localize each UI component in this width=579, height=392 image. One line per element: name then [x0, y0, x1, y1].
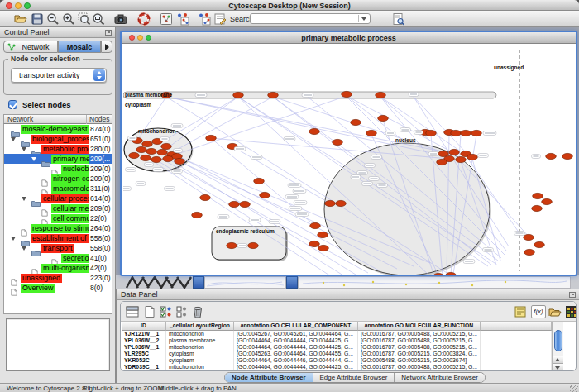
tree-expand-icon[interactable]: [22, 147, 26, 151]
background-window-edge[interactable]: [193, 276, 204, 289]
scrollbar-thumb[interactable]: [554, 330, 562, 351]
tree-row[interactable]: Overview8(0): [4, 283, 112, 293]
graph-node[interactable]: [227, 242, 237, 248]
graph-node[interactable]: [546, 153, 557, 159]
tree-row[interactable]: macromolecule311(0): [4, 184, 112, 194]
table-cell[interactable]: [481, 364, 552, 370]
help-icon[interactable]: [137, 12, 151, 26]
graph-node[interactable]: [471, 130, 482, 136]
graph-node[interactable]: [206, 135, 217, 141]
zoom-out-icon[interactable]: [46, 12, 60, 26]
graph-node[interactable]: [268, 92, 279, 98]
table-cell[interactable]: plasma membrane: [166, 337, 234, 344]
tree-item-label[interactable]: cellular metabo: [51, 204, 89, 213]
graph-node[interactable]: [309, 128, 320, 134]
graph-node[interactable]: [451, 130, 462, 136]
search-dropdown-icon[interactable]: [358, 15, 369, 22]
graph-node[interactable]: [161, 143, 172, 149]
graph-node[interactable]: [524, 249, 535, 255]
delete-attribute-icon[interactable]: [191, 305, 204, 318]
tree-item-label[interactable]: unassigned: [21, 274, 62, 283]
graph-node[interactable]: [318, 232, 328, 237]
table-row[interactable]: YPL036W__1mitochondrion[GO:0044464, GO:0…: [122, 344, 552, 351]
tree-item-label[interactable]: establishment of lo: [31, 234, 89, 243]
layout-target-icon[interactable]: [198, 12, 211, 26]
column-header[interactable]: [481, 322, 552, 331]
table-cell[interactable]: YLR295C: [122, 351, 166, 357]
column-header[interactable]: _cellularLayoutRegion: [166, 322, 234, 331]
attribute-table[interactable]: ID_cellularLayoutRegionannotation.GO CEL…: [122, 322, 552, 371]
graph-node[interactable]: [461, 130, 471, 136]
unselect-attributes-icon[interactable]: [175, 305, 189, 318]
graph-node[interactable]: [141, 155, 151, 160]
tree-expand-icon[interactable]: [22, 197, 26, 201]
table-cell[interactable]: [481, 351, 552, 357]
window-titlebar[interactable]: Cytoscape Desktop (New Session): [0, 0, 579, 11]
table-cell[interactable]: mitochondrion: [166, 364, 234, 370]
table-scrollbar[interactable]: [552, 322, 563, 371]
tab-mosaic[interactable]: Mosaic: [58, 41, 101, 53]
tree-row[interactable]: transport558(0): [4, 243, 112, 253]
tree-row[interactable]: multi-organism pro42(0): [4, 263, 112, 273]
graph-node[interactable]: [426, 130, 437, 136]
import-attributes-icon[interactable]: [548, 305, 562, 318]
network-window-titlebar[interactable]: primary metabolic process: [122, 32, 576, 44]
zoom-selected-icon[interactable]: [78, 12, 91, 26]
table-cell[interactable]: [481, 344, 552, 351]
tree-row[interactable]: nitrogen compo209(0): [4, 174, 112, 184]
tree-row[interactable]: cell communicat22(0): [4, 213, 112, 223]
table-row[interactable]: YKR052Ccytoplasm[GO:0044464, GO:0044446,…: [122, 357, 552, 364]
network-view-window[interactable]: primary metabolic process plasma membran…: [122, 32, 576, 275]
graph-node[interactable]: [260, 192, 270, 198]
zoom-fit-icon[interactable]: [92, 12, 105, 26]
search-input[interactable]: [250, 13, 371, 24]
background-window[interactable]: [204, 276, 286, 289]
table-cell[interactable]: mitochondrion: [166, 331, 234, 337]
graph-node[interactable]: [136, 146, 147, 152]
table-cell[interactable]: YDR039C__1: [122, 364, 166, 370]
tree-item-label[interactable]: Overview: [21, 284, 55, 293]
graph-node[interactable]: [524, 234, 534, 240]
graph-node[interactable]: [325, 200, 336, 206]
matrix-icon[interactable]: [565, 305, 577, 318]
resize-grip[interactable]: [570, 385, 578, 392]
table-cell[interactable]: [481, 357, 552, 364]
tree-row[interactable]: unassigned223(0): [4, 273, 112, 283]
graph-node[interactable]: [309, 241, 320, 246]
scroll-down-button[interactable]: [553, 363, 563, 370]
table-row[interactable]: YDR039C__1mitochondrion[GO:0044464, GO:0…: [122, 364, 552, 370]
tree-item-label[interactable]: mosaic-demo-yeast: [21, 125, 89, 134]
graph-node[interactable]: [446, 272, 457, 275]
scroll-up-button[interactable]: [553, 356, 563, 363]
graph-node[interactable]: [200, 194, 211, 200]
tree-item-label[interactable]: nitrogen compo: [51, 174, 89, 184]
table-row[interactable]: YPL036W__2plasma membrane[GO:0044464, GO…: [122, 337, 552, 344]
graph-node[interactable]: [456, 156, 467, 162]
select-nodes-checkbox[interactable]: [8, 100, 17, 109]
tree-expand-icon[interactable]: [11, 137, 16, 141]
node-color-select[interactable]: transporter activity: [11, 68, 107, 83]
graph-node[interactable]: [378, 115, 389, 121]
tree-expand-icon[interactable]: [31, 157, 36, 161]
graph-node[interactable]: [248, 242, 259, 248]
zoom-in-icon[interactable]: [62, 12, 75, 26]
graph-node[interactable]: [175, 158, 185, 164]
tab-overflow-button[interactable]: [101, 41, 112, 53]
tab-network[interactable]: Network: [3, 41, 58, 53]
graph-node[interactable]: [437, 159, 447, 165]
tree-item-label[interactable]: macromolecule: [51, 184, 89, 194]
graph-node[interactable]: [233, 92, 244, 98]
background-window-edge[interactable]: [286, 276, 298, 289]
graph-node[interactable]: [157, 149, 168, 155]
tree-row[interactable]: establishment of lo558(0): [4, 233, 112, 243]
graph-node[interactable]: [366, 130, 377, 136]
tree-item-label[interactable]: nucleobase-: [61, 165, 89, 174]
column-header[interactable]: annotation.GO CELLULAR_COMPONENT: [234, 322, 358, 331]
graph-node[interactable]: [142, 141, 153, 146]
tree-row[interactable]: biological_process651(0): [4, 134, 112, 144]
tree-item-label[interactable]: response to stimulu: [31, 224, 89, 233]
column-header[interactable]: ID: [122, 322, 166, 331]
table-cell[interactable]: [GO:0045267, GO:0045261, GO:0044464, G..…: [234, 331, 358, 337]
attribute-grid-icon[interactable]: [126, 305, 139, 318]
table-cell[interactable]: cytoplasm: [166, 351, 234, 357]
